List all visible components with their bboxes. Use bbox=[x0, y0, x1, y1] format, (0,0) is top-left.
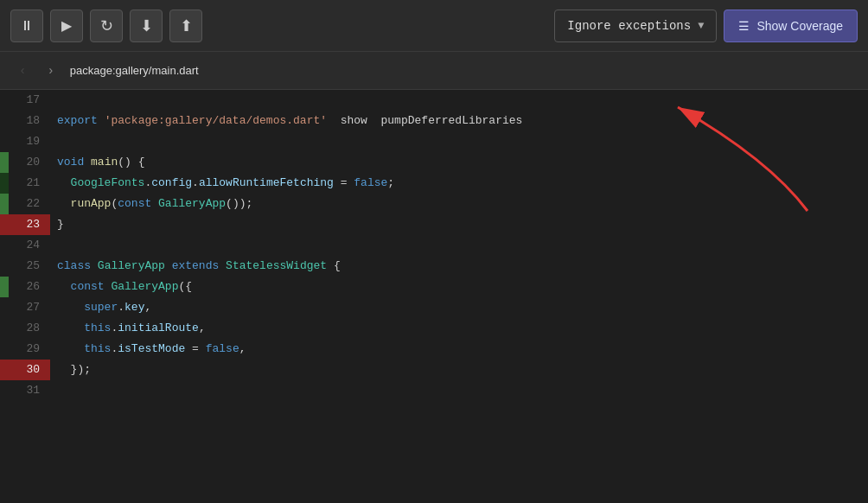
step-into-icon: ⬇ bbox=[140, 16, 153, 35]
resume-button[interactable]: ▶ bbox=[50, 10, 83, 42]
step-over-icon: ↻ bbox=[100, 16, 113, 35]
step-into-button[interactable]: ⬇ bbox=[130, 10, 163, 42]
step-out-icon: ⬆ bbox=[180, 16, 193, 35]
table-row: 27 super.key, bbox=[0, 297, 868, 318]
table-row: 21 GoogleFonts.config.allowRuntimeFetchi… bbox=[0, 173, 868, 194]
coverage-indicator bbox=[0, 318, 9, 339]
forward-arrow-button[interactable]: › bbox=[41, 60, 59, 81]
coverage-indicator bbox=[0, 297, 9, 318]
coverage-indicator bbox=[0, 277, 9, 297]
step-out-button[interactable]: ⬆ bbox=[169, 10, 202, 42]
code-content: this.isTestMode = false, bbox=[50, 339, 246, 360]
line-number: 20 bbox=[9, 152, 50, 173]
table-row: 18 export 'package:gallery/data/demos.da… bbox=[0, 111, 868, 131]
table-row: 23 } bbox=[0, 214, 868, 235]
code-content: export 'package:gallery/data/demos.dart'… bbox=[50, 111, 522, 131]
line-number: 21 bbox=[9, 173, 50, 194]
code-content bbox=[50, 131, 57, 152]
pause-icon: ⏸ bbox=[20, 18, 34, 34]
show-coverage-label: Show Coverage bbox=[756, 19, 843, 33]
line-number: 18 bbox=[9, 111, 50, 131]
line-number: 17 bbox=[9, 90, 50, 111]
code-content bbox=[50, 380, 57, 401]
code-content: }); bbox=[50, 360, 91, 380]
code-content: this.initialRoute, bbox=[50, 318, 206, 339]
line-number: 26 bbox=[9, 277, 50, 297]
line-number: 29 bbox=[9, 339, 50, 360]
table-row: 19 bbox=[0, 131, 868, 152]
coverage-indicator bbox=[0, 339, 9, 360]
toolbar: ⏸ ▶ ↻ ⬇ ⬆ Ignore exceptions ▼ ☰ Show Cov… bbox=[0, 0, 868, 52]
line-number: 25 bbox=[9, 256, 50, 277]
file-path-label: package:gallery/main.dart bbox=[70, 64, 199, 77]
line-number: 31 bbox=[9, 380, 50, 401]
table-row: 30 }); bbox=[0, 360, 868, 380]
coverage-indicator bbox=[0, 131, 9, 152]
code-content: void main() { bbox=[50, 152, 144, 173]
show-coverage-button[interactable]: ☰ Show Coverage bbox=[724, 10, 858, 42]
coverage-indicator bbox=[0, 256, 9, 277]
code-content bbox=[50, 235, 57, 256]
code-content: GoogleFonts.config.allowRuntimeFetching … bbox=[50, 173, 394, 194]
coverage-indicator bbox=[0, 380, 9, 401]
code-content bbox=[50, 90, 57, 111]
coverage-indicator bbox=[0, 235, 9, 256]
file-nav-bar: ‹ › package:gallery/main.dart bbox=[0, 52, 868, 90]
coverage-indicator bbox=[0, 90, 9, 111]
table-row: 31 bbox=[0, 380, 868, 401]
coverage-indicator bbox=[0, 194, 9, 214]
line-number: 30 bbox=[9, 360, 50, 380]
exception-value: Ignore exceptions bbox=[567, 19, 691, 33]
table-row: 20 void main() { bbox=[0, 152, 868, 173]
code-editor: 17 18 export 'package:gallery/data/demos… bbox=[0, 90, 868, 503]
coverage-indicator bbox=[0, 173, 9, 194]
table-row: 25 class GalleryApp extends StatelessWid… bbox=[0, 256, 868, 277]
coverage-indicator bbox=[0, 152, 9, 173]
play-icon: ▶ bbox=[61, 17, 72, 34]
line-number: 22 bbox=[9, 194, 50, 214]
pause-button[interactable]: ⏸ bbox=[10, 10, 43, 42]
coverage-indicator bbox=[0, 360, 9, 380]
table-row: 24 bbox=[0, 235, 868, 256]
coverage-lines-icon: ☰ bbox=[738, 19, 750, 33]
line-number: 28 bbox=[9, 318, 50, 339]
coverage-indicator bbox=[0, 214, 9, 235]
line-number: 23 bbox=[9, 214, 50, 235]
table-row: 26 const GalleryApp({ bbox=[0, 277, 868, 297]
exception-dropdown[interactable]: Ignore exceptions ▼ bbox=[554, 10, 717, 42]
coverage-indicator bbox=[0, 111, 9, 131]
line-number: 24 bbox=[9, 235, 50, 256]
back-arrow-button[interactable]: ‹ bbox=[14, 60, 31, 81]
table-row: 22 runApp(const GalleryApp()); bbox=[0, 194, 868, 214]
chevron-down-icon: ▼ bbox=[698, 20, 704, 32]
code-content: class GalleryApp extends StatelessWidget… bbox=[50, 256, 341, 277]
table-row: 28 this.initialRoute, bbox=[0, 318, 868, 339]
step-over-button[interactable]: ↻ bbox=[90, 10, 123, 42]
code-content: } bbox=[50, 214, 64, 235]
line-number: 27 bbox=[9, 297, 50, 318]
table-row: 17 bbox=[0, 90, 868, 111]
code-content: runApp(const GalleryApp()); bbox=[50, 194, 252, 214]
code-content: super.key, bbox=[50, 297, 151, 318]
line-number: 19 bbox=[9, 131, 50, 152]
code-content: const GalleryApp({ bbox=[50, 277, 192, 297]
table-row: 29 this.isTestMode = false, bbox=[0, 339, 868, 360]
